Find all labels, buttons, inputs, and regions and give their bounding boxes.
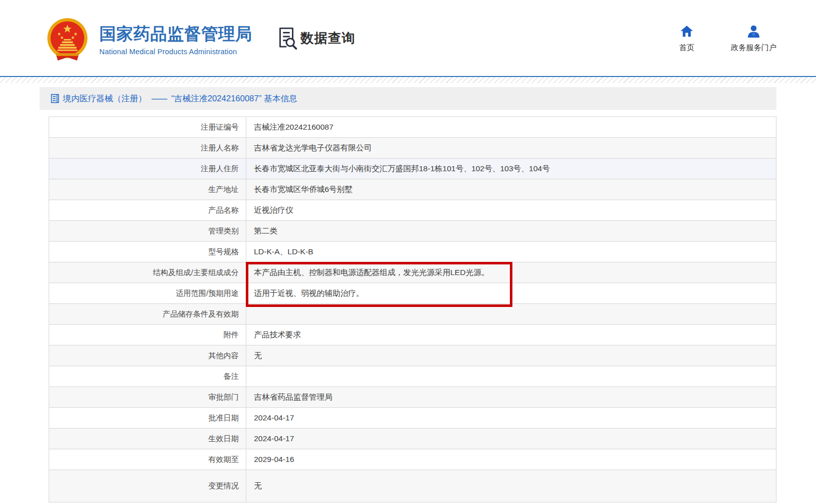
field-value xyxy=(246,366,776,386)
table-row: 备注 xyxy=(49,366,776,387)
document-icon xyxy=(51,94,59,103)
field-label: 变更情况 xyxy=(49,470,246,502)
document-search-icon xyxy=(276,26,298,50)
nav-home-label: 首页 xyxy=(679,43,694,53)
field-value: 吉林省药品监督管理局 xyxy=(246,387,776,407)
field-label: 型号规格 xyxy=(49,242,246,262)
field-value: 长春市宽城区华侨城6号别墅 xyxy=(246,179,776,200)
field-label: 备注 xyxy=(49,366,246,386)
field-label: 注册人住所 xyxy=(49,159,246,179)
national-emblem-icon xyxy=(45,17,90,62)
field-value: 2029-04-16 xyxy=(246,449,776,470)
table-row: 结构及组成/主要组成成分 本产品由主机、控制器和电源适配器组成，发光光源采用LE… xyxy=(49,262,776,283)
field-value: 2024-04-17 xyxy=(246,429,776,449)
data-query-label: 数据查询 xyxy=(301,29,355,47)
field-value: 无 xyxy=(246,470,776,502)
table-row: 审批部门 吉林省药品监督管理局 xyxy=(49,387,776,408)
field-label: 生效日期 xyxy=(49,429,246,449)
field-label: 批准日期 xyxy=(49,408,246,428)
table-row: 其他内容 无 xyxy=(49,345,776,366)
field-value: 近视治疗仪 xyxy=(246,200,776,220)
table-row: 附件 产品技术要求 xyxy=(49,325,776,345)
table-row: 变更情况 无 xyxy=(49,470,776,502)
nav-home[interactable]: 首页 xyxy=(679,24,694,53)
field-value xyxy=(246,304,776,324)
table-row: 产品名称 近视治疗仪 xyxy=(49,200,776,221)
table-row: 适用范围/预期用途 适用于近视、弱视的辅助治疗。 xyxy=(49,283,776,304)
table-row: 批准日期 2024-04-17 xyxy=(49,408,776,429)
table-row: 有效期至 2029-04-16 xyxy=(49,449,776,470)
field-label: 结构及组成/主要组成成分 xyxy=(49,262,246,283)
field-value: 适用于近视、弱视的辅助治疗。 xyxy=(246,283,776,303)
breadcrumb-detail: “吉械注准20242160087” 基本信息 xyxy=(171,93,298,104)
field-value: 本产品由主机、控制器和电源适配器组成，发光光源采用LED光源。 xyxy=(246,262,776,283)
breadcrumb-separator: —— xyxy=(152,94,166,103)
nav-gov-portal-label: 政务服务门户 xyxy=(731,43,776,53)
table-row: 产品储存条件及有效期 xyxy=(49,304,776,325)
table-row: 注册人住所 长春市宽城区北亚泰大街与小南街交汇万盛国邦18-1栋101号、102… xyxy=(49,159,776,179)
field-label: 生产地址 xyxy=(49,179,246,200)
field-value: 吉林省龙达光学电子仪器有限公司 xyxy=(246,138,776,158)
field-label: 审批部门 xyxy=(49,387,246,407)
table-row: 生效日期 2024-04-17 xyxy=(49,429,776,449)
table-row: 型号规格 LD-K-A、LD-K-B xyxy=(49,242,776,262)
top-nav: 首页 政务服务门户 xyxy=(643,24,776,53)
table-row: 注册证编号 吉械注准20242160087 xyxy=(49,117,776,138)
site-subtitle: National Medical Products Administration xyxy=(99,48,252,56)
breadcrumb-section[interactable]: 境内医疗器械（注册） xyxy=(63,93,146,104)
table-row: 管理类别 第二类 xyxy=(49,221,776,242)
field-label: 注册人名称 xyxy=(49,138,246,158)
hatch-band xyxy=(0,77,816,83)
nav-gov-portal[interactable]: 政务服务门户 xyxy=(731,24,776,53)
field-value: 2024-04-17 xyxy=(246,408,776,428)
field-label: 其他内容 xyxy=(49,345,246,366)
field-label: 管理类别 xyxy=(49,221,246,241)
field-value: 第二类 xyxy=(246,221,776,241)
field-value: LD-K-A、LD-K-B xyxy=(246,242,776,262)
field-value: 无 xyxy=(246,345,776,366)
table-row: 注册人名称 吉林省龙达光学电子仪器有限公司 xyxy=(49,138,776,159)
home-icon xyxy=(680,24,694,38)
field-label: 产品储存条件及有效期 xyxy=(49,304,246,324)
logo-text: 国家药品监督管理局 National Medical Products Admi… xyxy=(99,24,252,56)
info-table: 注册证编号 吉械注准20242160087 注册人名称 吉林省龙达光学电子仪器有… xyxy=(49,117,776,502)
nmpa-logo[interactable]: 国家药品监督管理局 National Medical Products Admi… xyxy=(45,17,252,62)
field-label: 附件 xyxy=(49,325,246,345)
page-header: 国家药品监督管理局 National Medical Products Admi… xyxy=(0,0,816,76)
field-value: 吉械注准20242160087 xyxy=(246,117,776,137)
field-value: 长春市宽城区北亚泰大街与小南街交汇万盛国邦18-1栋101号、102号、103号… xyxy=(246,159,776,179)
site-title: 国家药品监督管理局 xyxy=(99,24,252,44)
field-label: 适用范围/预期用途 xyxy=(49,283,246,303)
user-icon xyxy=(747,24,761,38)
field-label: 有效期至 xyxy=(49,449,246,470)
breadcrumb: 境内医疗器械（注册） —— “吉械注准20242160087” 基本信息 xyxy=(40,87,776,110)
field-label: 注册证编号 xyxy=(49,117,246,137)
data-query-link[interactable]: 数据查询 xyxy=(276,26,355,50)
table-row: 生产地址 长春市宽城区华侨城6号别墅 xyxy=(49,179,776,200)
field-value: 产品技术要求 xyxy=(246,325,776,345)
field-label: 产品名称 xyxy=(49,200,246,220)
